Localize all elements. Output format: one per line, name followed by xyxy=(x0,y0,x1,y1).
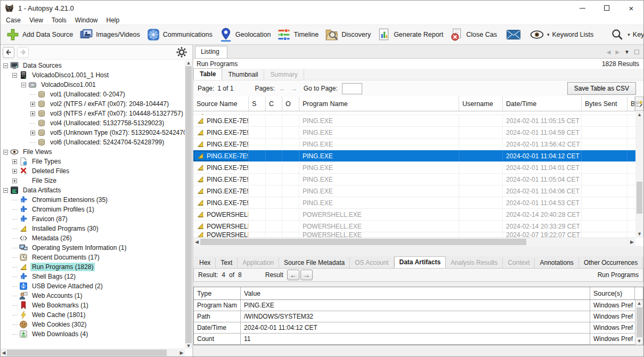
content-tab-application[interactable]: Application xyxy=(238,257,279,268)
column-header-b[interactable]: B xyxy=(627,96,635,111)
content-tab-os-account[interactable]: OS Account xyxy=(350,257,394,268)
expand-icon[interactable] xyxy=(30,131,35,135)
toolbar-geolocation-button[interactable]: Geolocation xyxy=(216,26,274,43)
tree-item-vol2-ntfs-exfat-0x07-2048-104447[interactable]: vol2 (NTFS / exFAT (0x07): 2048-104447) xyxy=(1,99,192,109)
tab-list-dropdown-icon[interactable]: ▼ xyxy=(624,49,630,55)
column-header-bytes-sent[interactable]: Bytes Sent xyxy=(582,96,627,111)
toolbar-keyword-search-button[interactable]: ▾Keyword Search xyxy=(607,26,644,43)
table-vertical-scrollbar[interactable]: ▲▼ xyxy=(635,111,643,238)
column-header-s[interactable]: S xyxy=(249,96,266,111)
menu-window[interactable]: Window xyxy=(71,15,102,25)
tree-item-run-programs-1828[interactable]: Run Programs (1828) xyxy=(1,262,192,272)
content-tab-annotations[interactable]: Annotations xyxy=(535,257,578,268)
gear-icon[interactable] xyxy=(176,47,187,58)
scroll-left-icon[interactable]: ◀ xyxy=(193,240,200,245)
table-row[interactable]: PING.EXE-7E94PING.EXE2024-02-01 13:56:42… xyxy=(193,139,643,150)
menu-view[interactable]: View xyxy=(25,15,47,25)
toolbar-envelope-button[interactable] xyxy=(503,26,524,43)
tab-scroll-right-icon[interactable]: ▶ xyxy=(615,49,619,55)
scroll-right-icon[interactable]: ▶ xyxy=(629,240,635,245)
detail-row[interactable]: Program NamPING.EXEWindows Pref xyxy=(194,300,643,311)
table-row[interactable]: PING.EXE-7E94PING.EXE2024-02-01 11:04:59… xyxy=(193,127,643,139)
table-row[interactable]: POWERSHELL.POWERSHELL.EXE2024-02-14 20:4… xyxy=(193,209,643,221)
detail-row[interactable]: Date/Time2024-02-01 11:04:12 CETWindows … xyxy=(194,322,643,334)
table-row[interactable]: PING.EXE-7E94PING.EXE2024-02-01 11:04:01… xyxy=(193,162,643,174)
tree-item-file-types[interactable]: File Types xyxy=(1,157,192,166)
tree-item-web-downloads-4[interactable]: Web Downloads (4) xyxy=(1,329,192,339)
content-tab-analysis-results[interactable]: Analysis Results xyxy=(446,257,503,268)
detail-column-source-s-[interactable]: Source(s) xyxy=(590,287,635,299)
content-tab-source-file-metadata[interactable]: Source File Metadata xyxy=(279,257,350,268)
collapse-icon[interactable] xyxy=(12,73,17,78)
expand-icon[interactable] xyxy=(30,102,35,107)
tree-item-web-cookies-302[interactable]: Web Cookies (302) xyxy=(1,320,192,329)
next-result-button[interactable]: → xyxy=(300,270,313,280)
column-header-program-name[interactable]: Program Name xyxy=(299,96,459,111)
scrollbar-thumb[interactable] xyxy=(185,66,192,343)
toolbar-close-cas-button[interactable]: Close Cas xyxy=(446,26,500,43)
collapse-icon[interactable] xyxy=(3,188,8,193)
tree-item-file-views[interactable]: File Views xyxy=(1,147,192,157)
tree-item-favicon-87[interactable]: Favicon (87) xyxy=(1,214,192,224)
goto-page-input[interactable] xyxy=(342,83,362,94)
view-tab-table[interactable]: Table xyxy=(193,68,222,80)
column-header-o[interactable]: O xyxy=(282,96,299,111)
view-tab-thumbnail[interactable]: Thumbnail xyxy=(222,69,264,80)
table-row[interactable]: PING.EXE-7E94PING.EXE2024-02-01 11:04:06… xyxy=(193,185,643,197)
toolbar-keyword-lists-button[interactable]: ▾Keyword Lists xyxy=(527,26,597,43)
tree-item-vol5-unknown-type-0x27-51329024-5242470[interactable]: vol5 (Unknown Type (0x27): 51329024-5242… xyxy=(1,128,192,137)
tree-item-vol4-unallocated-51327758-51329023[interactable]: vol4 (Unallocated: 51327758-51329023) xyxy=(1,118,192,128)
tree-item-vol6-unallocated-52424704-52428799[interactable]: vol6 (Unallocated: 52424704-52428799) xyxy=(1,137,192,147)
scroll-up-icon[interactable]: ▲ xyxy=(637,300,642,307)
toolbar-timeline-button[interactable]: Timeline xyxy=(274,26,322,43)
maximize-pane-icon[interactable] xyxy=(634,50,639,54)
detail-row[interactable]: Count11Windows Pref xyxy=(194,334,643,345)
table-horizontal-scrollbar[interactable]: ◀▶ xyxy=(193,238,635,246)
minimize-button[interactable] xyxy=(570,1,594,15)
scrollbar-thumb[interactable] xyxy=(637,182,642,214)
page-prev-icon[interactable]: ← xyxy=(279,85,288,93)
detail-column-type[interactable]: Type xyxy=(194,287,241,299)
content-tab-context[interactable]: Context xyxy=(503,257,535,268)
column-header-date-time[interactable]: Date/Time xyxy=(503,96,582,111)
page-next-icon[interactable]: → xyxy=(290,85,299,93)
table-row[interactable]: PING.EXE-7E9PING.EXE2024-02-01 11:04:12 … xyxy=(193,150,643,162)
tree-item-web-accounts-1[interactable]: Web Accounts (1) xyxy=(1,291,192,301)
tree-item-usb-device-attached-2[interactable]: USB Device Attached (2) xyxy=(1,281,192,291)
tree-item-deleted-files[interactable]: Deleted Files xyxy=(1,166,192,176)
scrollbar-thumb[interactable] xyxy=(7,350,167,356)
column-header-source-name[interactable]: Source Name xyxy=(193,96,249,111)
detail-column-value[interactable]: Value xyxy=(241,287,590,299)
back-button[interactable] xyxy=(3,47,14,58)
tree-item-web-bookmarks-1[interactable]: Web Bookmarks (1) xyxy=(1,301,192,310)
expand-icon[interactable] xyxy=(30,111,35,116)
detail-vertical-scrollbar[interactable]: ▲▼ xyxy=(635,300,643,345)
table-row-partial[interactable] xyxy=(193,111,643,115)
save-csv-button[interactable]: Save Table as CSV xyxy=(567,82,636,95)
forward-button[interactable] xyxy=(17,47,29,58)
collapse-icon[interactable] xyxy=(21,83,26,87)
tree-item-installed-programs-30[interactable]: Installed Programs (30) xyxy=(1,224,192,233)
close-button[interactable]: × xyxy=(619,1,643,15)
tree-item-file-size[interactable]: File Size xyxy=(1,176,192,185)
tree-item-volcadodisco1-001[interactable]: VolcadoDisco1.001 xyxy=(1,80,192,90)
expand-icon[interactable] xyxy=(12,178,17,183)
scroll-right-icon[interactable]: ▶ xyxy=(178,351,185,355)
maximize-button[interactable] xyxy=(594,1,619,15)
toolbar-add-data-source-button[interactable]: Add Data Source xyxy=(3,26,76,43)
menu-tools[interactable]: Tools xyxy=(47,15,71,25)
tree-item-web-cache-1801[interactable]: Web Cache (1801) xyxy=(1,310,192,320)
table-row[interactable]: POWERSHELL.POWERSHELL.EXE2024-02-14 20:3… xyxy=(193,221,643,232)
toolbar-images-videos-button[interactable]: Images/Videos xyxy=(76,26,143,43)
tree-item-recent-documents-17[interactable]: Recent Documents (17) xyxy=(1,253,192,262)
scroll-down-icon[interactable]: ▼ xyxy=(186,344,191,348)
content-tab-data-artifacts[interactable]: Data Artifacts xyxy=(394,256,446,268)
tree-item-chromium-extensions-35[interactable]: Chromium Extensions (35) xyxy=(1,195,192,205)
scroll-down-icon[interactable]: ▼ xyxy=(637,338,642,345)
tree-item-operating-system-information-1[interactable]: Operating System Information (1) xyxy=(1,243,192,253)
content-tab-other-occurrences[interactable]: Other Occurrences xyxy=(579,257,643,268)
expand-icon[interactable] xyxy=(12,159,17,164)
menu-help[interactable]: Help xyxy=(102,15,124,25)
table-row[interactable]: POWERSHELLPOWERSHELL.EXE2024-02-07 19:22… xyxy=(193,232,643,238)
toolbar-discovery-button[interactable]: Discovery xyxy=(322,26,374,43)
